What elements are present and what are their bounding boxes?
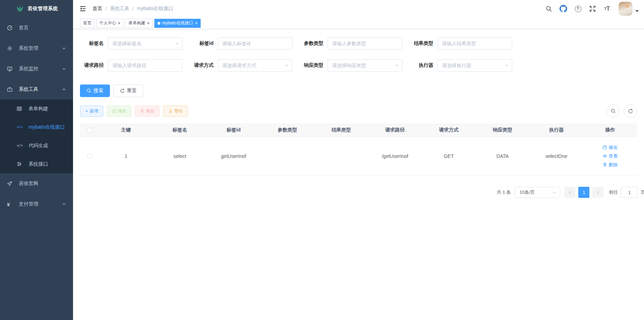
- help-icon[interactable]: ?: [572, 3, 584, 15]
- chevron-down-icon: [62, 67, 66, 71]
- col-header: 请求路径: [368, 127, 422, 133]
- trash-icon: [140, 109, 144, 113]
- sidebar-item-system-tools[interactable]: 系统工具: [0, 79, 73, 99]
- toolbar-right-actions: [606, 104, 637, 118]
- github-icon[interactable]: [557, 3, 569, 15]
- select-all-cell: [80, 128, 99, 133]
- avatar[interactable]: [619, 2, 633, 16]
- sidebar-item-label: 系统接口: [29, 161, 48, 167]
- top-navbar: 首页 / 系统工具 / mybatis在线接口 ?: [73, 0, 644, 17]
- breadcrumb: 首页 / 系统工具 / mybatis在线接口: [92, 6, 173, 12]
- col-header: 结果类型: [314, 127, 368, 133]
- cell-tag-name: select: [153, 153, 207, 159]
- chevron-down-icon: [62, 46, 66, 50]
- close-icon[interactable]: ×: [118, 21, 121, 25]
- add-button[interactable]: + 新增: [80, 105, 103, 117]
- pagination: 共 1 条 10条/页 1 前往 页: [80, 187, 644, 198]
- refresh-table-button[interactable]: [624, 104, 637, 118]
- breadcrumb-item-current: mybatis在线接口: [137, 6, 173, 12]
- leaf-logo-icon: [15, 4, 24, 13]
- breadcrumb-home-link[interactable]: 首页: [92, 6, 102, 12]
- download-icon: [168, 109, 172, 113]
- chevron-down-icon: [552, 191, 556, 195]
- filter-tag-name: 标签名: [80, 37, 190, 50]
- col-header: 请求方式: [422, 127, 476, 133]
- chevron-up-icon: [62, 87, 66, 91]
- row-delete-link[interactable]: 删除: [603, 162, 618, 168]
- show-search-toggle-button[interactable]: [606, 104, 620, 118]
- search-icon: [87, 88, 91, 93]
- close-icon[interactable]: ×: [195, 21, 198, 25]
- col-header: 标签id: [207, 127, 260, 133]
- edit-button[interactable]: 修改: [107, 105, 131, 117]
- request-path-input[interactable]: [108, 59, 183, 72]
- sidebar-item-label: 系统管理: [19, 45, 62, 51]
- sidebar-item-system-manage[interactable]: 系统管理: [0, 38, 73, 58]
- goto-page-input[interactable]: [621, 187, 638, 198]
- user-menu[interactable]: [619, 2, 639, 16]
- cell-primary-key: 1: [99, 153, 153, 159]
- col-header: 参数类型: [260, 127, 314, 133]
- close-icon[interactable]: ×: [147, 21, 150, 25]
- row-checkbox[interactable]: [87, 154, 92, 159]
- response-type-select[interactable]: [328, 59, 402, 72]
- app-title: 若依管理系统: [28, 6, 58, 12]
- tab-form-build[interactable]: 表单构建 ×: [126, 19, 153, 28]
- cell-request-method: GET: [422, 153, 476, 159]
- search-button[interactable]: 搜索: [80, 85, 110, 97]
- page-number-1[interactable]: 1: [578, 187, 589, 198]
- next-page-button[interactable]: [592, 187, 603, 198]
- tab-home[interactable]: 首页: [80, 19, 95, 28]
- sidebar-item-payment-manage[interactable]: ¥ 支付管理: [0, 194, 73, 214]
- sidebar-item-home[interactable]: 首页: [0, 17, 73, 38]
- tag-name-select[interactable]: [108, 37, 183, 50]
- sidebar: 若依管理系统 首页 系统管理: [0, 0, 73, 320]
- sidebar-item-label: 表单构建: [29, 106, 48, 112]
- tab-profile[interactable]: 个人中心 ×: [96, 19, 124, 28]
- sidebar-item-official-site[interactable]: 若依官网: [0, 173, 73, 194]
- export-button[interactable]: 导出: [163, 105, 188, 117]
- row-edit-link[interactable]: 修改: [603, 144, 618, 151]
- reset-button[interactable]: 重置: [113, 85, 143, 97]
- header-search-icon[interactable]: [543, 3, 555, 15]
- col-header: 执行器: [530, 127, 583, 133]
- field-label: 结果类型: [410, 40, 433, 47]
- select-all-checkbox[interactable]: [87, 128, 92, 133]
- request-method-select[interactable]: [218, 59, 292, 72]
- sidebar-item-system-monitor[interactable]: 系统监控: [0, 58, 73, 79]
- tags-view-bar: 首页 个人中心 × 表单构建 × mybatis在线接口 ×: [73, 17, 644, 29]
- result-type-input[interactable]: [437, 37, 512, 50]
- delete-button[interactable]: 删除: [135, 105, 160, 117]
- font-size-icon[interactable]: TT: [601, 3, 613, 15]
- sidebar-item-mybatis-api[interactable]: </> mybatis在线接口: [0, 118, 73, 136]
- prev-page-button[interactable]: [564, 187, 575, 198]
- fullscreen-icon[interactable]: [587, 3, 598, 15]
- tab-label: 个人中心: [99, 20, 116, 26]
- sidebar-item-label: 支付管理: [19, 201, 62, 207]
- param-type-input[interactable]: [328, 37, 402, 50]
- sidebar-item-system-api[interactable]: 系统接口: [0, 155, 73, 173]
- eye-icon: [603, 154, 607, 158]
- navbar-actions: ? TT: [543, 2, 639, 16]
- filter-response-type: 响应类型: [300, 59, 410, 72]
- row-view-link[interactable]: 查看: [603, 153, 618, 159]
- executor-select[interactable]: [437, 59, 512, 72]
- refresh-icon: [628, 109, 633, 114]
- sidebar-item-label: 若依官网: [19, 181, 66, 187]
- logo[interactable]: 若依管理系统: [0, 0, 73, 17]
- filter-executor: 执行器: [410, 59, 520, 72]
- monitor-icon: [7, 66, 13, 72]
- tab-mybatis-api[interactable]: mybatis在线接口 ×: [154, 19, 201, 28]
- table-toolbar: + 新增 修改 删除 导出: [80, 104, 637, 118]
- sidebar-item-code-gen[interactable]: </> 代码生成: [0, 136, 73, 155]
- cell-response-type: DATA: [476, 153, 530, 159]
- refresh-icon: [120, 88, 125, 93]
- sidebar-submenu-tools: 表单构建 </> mybatis在线接口 </> 代码生成 系统接口: [0, 99, 73, 173]
- goto-unit-label: 页: [641, 189, 644, 195]
- page-size-select[interactable]: 10条/页: [515, 187, 560, 198]
- sidebar-fold-icon[interactable]: [79, 5, 86, 12]
- sidebar-item-form-build[interactable]: 表单构建: [0, 99, 73, 118]
- table-header: 主键 标签名 标签id 参数类型 结果类型 请求路径 请求方式 响应类型 执行器…: [80, 123, 637, 137]
- filter-tag-id: 标签id: [190, 37, 300, 50]
- tag-id-input[interactable]: [218, 37, 292, 50]
